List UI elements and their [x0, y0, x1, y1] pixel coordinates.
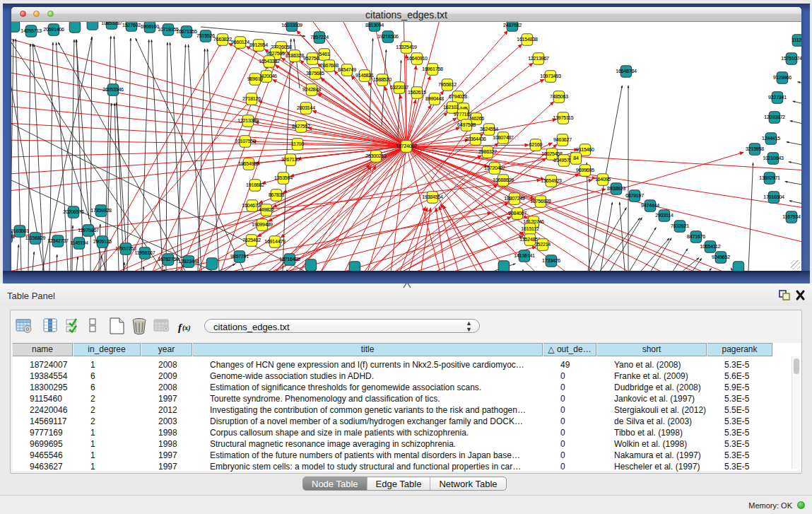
svg-text:17957253: 17957253 — [115, 246, 136, 251]
svg-text:9699695: 9699695 — [576, 168, 594, 173]
svg-text:16154838: 16154838 — [517, 37, 538, 42]
svg-text:2803144: 2803144 — [297, 105, 315, 110]
svg-text:1167534: 1167534 — [782, 214, 801, 219]
svg-text:20691406: 20691406 — [43, 27, 64, 32]
svg-text:9115460: 9115460 — [576, 147, 594, 152]
svg-text:7632621: 7632621 — [671, 223, 689, 228]
svg-text:1527602: 1527602 — [122, 23, 141, 28]
svg-text:12342737: 12342737 — [47, 238, 69, 243]
svg-text:9084067: 9084067 — [508, 211, 526, 216]
svg-text:62160: 62160 — [529, 142, 543, 147]
svg-text:6497508: 6497508 — [457, 122, 476, 127]
svg-text:12093872: 12093872 — [764, 115, 785, 119]
svg-text:18724007: 18724007 — [396, 144, 417, 148]
svg-text:8912954: 8912954 — [249, 42, 268, 47]
svg-text:9146821: 9146821 — [355, 73, 374, 78]
svg-text:15751074: 15751074 — [781, 56, 801, 61]
svg-text:26053346: 26053346 — [102, 87, 124, 92]
svg-text:3267130: 3267130 — [281, 157, 300, 162]
svg-text:25300213: 25300213 — [365, 153, 387, 158]
svg-text:16033809: 16033809 — [281, 23, 302, 28]
svg-text:9242848: 9242848 — [302, 87, 321, 92]
svg-text:8990448: 8990448 — [425, 96, 444, 101]
svg-text:10210643: 10210643 — [763, 156, 784, 160]
svg-text:8186328: 8186328 — [286, 53, 304, 58]
svg-text:14055713: 14055713 — [20, 28, 42, 33]
svg-text:9463627: 9463627 — [553, 137, 572, 142]
svg-text:14136141: 14136141 — [514, 253, 535, 258]
svg-text:11958167: 11958167 — [134, 250, 155, 255]
svg-text:2487682: 2487682 — [503, 23, 522, 28]
svg-text:2867608: 2867608 — [320, 63, 339, 68]
svg-text:6322037: 6322037 — [390, 85, 408, 90]
svg-text:10107550: 10107550 — [235, 139, 256, 144]
svg-text:7857224: 7857224 — [310, 35, 329, 40]
svg-text:7515526: 7515526 — [196, 33, 215, 38]
svg-text:12975867: 12975867 — [78, 228, 99, 233]
svg-text:867833: 867833 — [269, 192, 284, 197]
svg-text:17016504: 17016504 — [763, 194, 784, 199]
svg-text:1244415: 1244415 — [762, 136, 780, 141]
svg-text:1615112: 1615112 — [521, 226, 539, 231]
svg-text:2933114: 2933114 — [655, 213, 673, 218]
svg-text:16914479: 16914479 — [264, 239, 286, 244]
svg-text:11700: 11700 — [291, 141, 304, 146]
svg-text:16782759: 16782759 — [158, 257, 179, 262]
svg-text:9129966: 9129966 — [773, 75, 792, 80]
svg-text:1145194: 1145194 — [70, 240, 88, 245]
svg-text:1562615: 1562615 — [408, 90, 426, 95]
svg-text:1353594: 1353594 — [274, 175, 293, 180]
svg-text:3875685: 3875685 — [306, 71, 324, 76]
svg-text:19218506: 19218506 — [377, 34, 399, 39]
svg-text:3624554: 3624554 — [480, 127, 498, 132]
svg-text:16640910: 16640910 — [406, 56, 428, 61]
svg-text:16648784: 16648784 — [616, 69, 637, 74]
svg-text:2905135: 2905135 — [93, 239, 112, 244]
svg-text:16671355: 16671355 — [176, 29, 197, 34]
svg-text:20364436: 20364436 — [465, 136, 486, 141]
svg-text:2718126: 2718126 — [242, 96, 261, 101]
svg-text:7485063: 7485063 — [550, 94, 568, 99]
svg-text:11123: 11123 — [792, 37, 801, 42]
svg-text:5461: 5461 — [319, 52, 330, 57]
svg-text:20206576: 20206576 — [63, 209, 84, 214]
svg-text:10756928: 10756928 — [530, 199, 551, 204]
svg-text:(x): (x) — [182, 324, 191, 332]
svg-text:84: 84 — [573, 156, 579, 160]
svg-text:10807487: 10807487 — [493, 135, 514, 140]
svg-text:19099489: 19099489 — [252, 222, 273, 227]
svg-text:16543362: 16543362 — [259, 59, 280, 64]
svg-text:8427552: 8427552 — [292, 124, 310, 129]
svg-text:19654985: 19654985 — [238, 161, 259, 166]
svg-text:989619: 989619 — [247, 76, 263, 81]
svg-text:9163501: 9163501 — [11, 228, 29, 233]
svg-text:13975115: 13975115 — [553, 115, 573, 120]
svg-text:6966160: 6966160 — [141, 24, 159, 29]
svg-text:9474444: 9474444 — [641, 203, 659, 208]
svg-text:1588520: 1588520 — [373, 77, 392, 82]
svg-text:6879197: 6879197 — [625, 193, 644, 198]
svg-text:2986322: 2986322 — [478, 149, 497, 154]
svg-text:9857791: 9857791 — [230, 254, 249, 259]
svg-text:13325419: 13325419 — [396, 45, 417, 49]
svg-text:16961758: 16961758 — [422, 66, 443, 71]
svg-text:9660124: 9660124 — [231, 40, 249, 45]
svg-text:10973493: 10973493 — [540, 74, 561, 78]
svg-text:8471676: 8471676 — [687, 234, 705, 239]
svg-text:164095: 164095 — [595, 177, 611, 182]
svg-text:6794028: 6794028 — [449, 94, 467, 99]
svg-text:17359928: 17359928 — [90, 208, 112, 213]
svg-text:18807249: 18807249 — [504, 196, 525, 201]
svg-text:11156829: 11156829 — [25, 235, 46, 240]
svg-text:7625402: 7625402 — [242, 238, 261, 243]
svg-text:1733426: 1733426 — [542, 258, 560, 263]
svg-text:15720407: 15720407 — [484, 165, 505, 170]
svg-text:19384554: 19384554 — [422, 194, 443, 199]
svg-text:10853287: 10853287 — [101, 22, 122, 25]
svg-text:13654923: 13654923 — [541, 178, 562, 183]
svg-text:12923448: 12923448 — [178, 259, 199, 264]
svg-text:12213389: 12213389 — [237, 118, 259, 123]
svg-text:7955812: 7955812 — [438, 82, 457, 87]
svg-text:449822: 449822 — [259, 207, 274, 212]
svg-text:8813094: 8813094 — [365, 23, 384, 28]
